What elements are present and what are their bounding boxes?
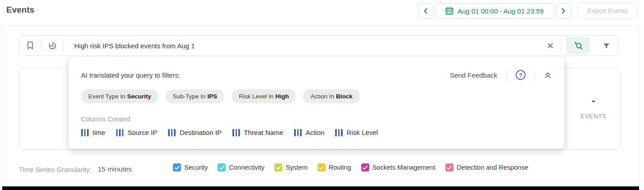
column-chip[interactable]: time [81, 129, 105, 136]
category-checkbox-detection-and-response[interactable]: Detection and Response [445, 163, 528, 171]
events-page: Events Aug 01 00:00 - Aug 01 23:59 Exp [0, 0, 644, 190]
next-date-range-button[interactable] [556, 3, 571, 19]
query-history-button[interactable] [41, 36, 63, 56]
double-chevron-up-icon [544, 71, 552, 79]
chevron-right-icon [561, 8, 566, 14]
category-checkbox-security[interactable]: Security [173, 163, 208, 171]
previous-date-range-button[interactable] [418, 3, 433, 19]
bookmark-icon [26, 41, 34, 50]
category-checkbox-routing[interactable]: Routing [317, 163, 351, 171]
collapse-panel-button[interactable] [544, 71, 552, 79]
checkbox-checked-icon [317, 163, 326, 171]
column-chip[interactable]: Threat Name [232, 129, 283, 136]
column-chip[interactable]: Destination IP [168, 129, 222, 136]
divider [506, 69, 507, 81]
column-icon [232, 129, 240, 136]
close-icon: ✕ [547, 42, 554, 50]
column-icon [168, 129, 176, 136]
clear-query-button[interactable]: ✕ [540, 36, 561, 56]
filter-icon [603, 42, 610, 50]
search-bar: ✕ [19, 35, 618, 56]
events-count-box: - EVENTS [567, 68, 620, 149]
filter-chip[interactable]: Risk Level InHigh [231, 89, 296, 103]
date-range-label: Aug 01 00:00 - Aug 01 23:59 [458, 7, 544, 15]
category-checkbox-connectivity[interactable]: Connectivity [218, 163, 264, 171]
divider [561, 39, 562, 52]
checkbox-checked-icon [274, 163, 282, 171]
events-count-value: - [592, 98, 595, 103]
column-icon [335, 129, 343, 136]
checkbox-checked-icon [445, 163, 454, 171]
checkbox-checked-icon [173, 163, 181, 171]
column-icon [116, 129, 124, 136]
filter-chip[interactable]: Event Type InSecurity [81, 89, 159, 103]
columns-created-row: time Source IP Destination IP Threat Nam… [81, 129, 552, 136]
ai-translation-panel: AI translated your query to filters: Sen… [68, 57, 564, 149]
filter-chip[interactable]: Action InBlock [303, 89, 359, 103]
granularity-value[interactable]: 15 minutes [98, 165, 132, 173]
category-checkbox-system[interactable]: System [274, 163, 307, 171]
date-range-picker[interactable]: Aug 01 00:00 - Aug 01 23:59 [435, 3, 554, 19]
export-events-button[interactable]: Export Events [578, 3, 638, 19]
column-icon [81, 129, 89, 136]
granularity-label: Time Series Granularity: [19, 166, 91, 173]
filter-button[interactable] [594, 36, 618, 56]
checkbox-checked-icon [218, 163, 226, 171]
calendar-icon [445, 7, 454, 15]
category-checkbox-row: Security Connectivity System Routing Soc… [173, 163, 528, 171]
checkbox-checked-icon [361, 163, 369, 171]
chevron-left-icon [423, 8, 428, 14]
saved-queries-button[interactable] [19, 36, 41, 56]
ai-search-button[interactable] [566, 37, 590, 54]
help-icon[interactable]: ? [516, 70, 526, 80]
bottom-black-bar [2, 186, 639, 190]
filter-chip[interactable]: Sub-Type InIPS [166, 89, 225, 103]
history-icon [48, 41, 57, 51]
columns-created-label: Columns Created [81, 116, 552, 123]
ai-panel-title: AI translated your query to filters: [81, 71, 180, 79]
column-chip[interactable]: Source IP [116, 129, 157, 136]
search-input[interactable] [63, 42, 540, 50]
category-checkbox-sockets-management[interactable]: Sockets Management [361, 163, 435, 171]
ai-search-icon [573, 41, 583, 51]
page-title: Events [6, 5, 34, 15]
divider [535, 69, 535, 81]
events-count-label: EVENTS [581, 113, 607, 120]
filter-chips-row: Event Type InSecurity Sub-Type InIPS Ris… [81, 89, 552, 103]
column-chip[interactable]: Risk Level [335, 129, 378, 136]
column-icon [294, 129, 302, 136]
column-chip[interactable]: Action [294, 129, 324, 136]
send-feedback-link[interactable]: Send Feedback [450, 71, 497, 79]
